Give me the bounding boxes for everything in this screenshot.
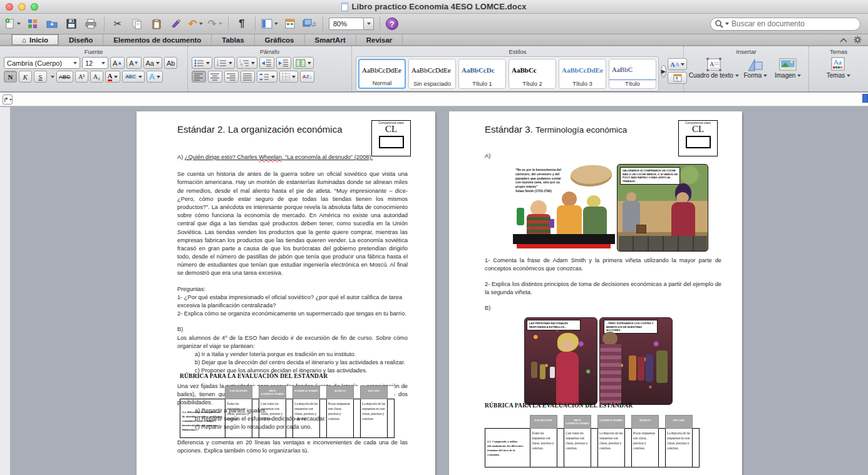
font-name-combobox[interactable]: Cambria (Cuerpo) [4,57,80,69]
multilevel-list-button[interactable]: 1ai [237,57,257,69]
word-window: Libro practico Economía 4ESO LOMCE.docx … [0,0,868,475]
shrink-font-button[interactable]: A▼ [127,57,141,69]
decrease-indent-button[interactable] [259,57,274,69]
search-field[interactable] [710,18,860,31]
cut-button[interactable]: ✂ [110,16,125,31]
page-2[interactable]: Competencia clave CL Estándar 3. Termino… [449,111,742,475]
line-spacing-button[interactable] [257,71,277,83]
print-button[interactable] [83,16,98,31]
themes-button[interactable]: Aa Temas [819,57,859,79]
artwork-figure [531,362,537,378]
undo-icon: ↶ [188,18,197,31]
justify-button[interactable] [240,71,255,83]
sidebar-view-button[interactable] [261,16,278,31]
subscript-button[interactable]: A₂ [90,71,103,83]
more-styles-button[interactable]: ▶ [661,65,666,78]
scrollbar-handle[interactable] [862,94,868,103]
b-intro: Los alumnos de 4º de la ESO han decido i… [177,334,408,350]
media-browser-button[interactable]: ♫ [302,16,317,31]
svg-text:i: i [242,65,242,67]
artwork-wine-glass [550,367,555,378]
undo-button[interactable]: ↶ [188,16,203,31]
show-paragraph-marks-button[interactable]: ¶ [234,16,249,31]
search-input[interactable] [731,19,856,28]
comic-adam-smith[interactable]: “No es por la benevolencia del carnicero… [513,164,615,252]
style-titulo[interactable]: AaBbCTítulo [609,59,656,89]
format-painter-button[interactable] [168,16,183,31]
highlight-button[interactable]: ABC [122,71,144,83]
redo-button[interactable]: ↷ [207,16,222,31]
comic-decisiones[interactable]: VALORAMOS SI COMPRAMOS UN COCHE MÁS O UN… [617,164,708,252]
document-area[interactable]: Competencia clave CL Estándar 2. La orga… [0,107,868,475]
artwork-figure [587,195,601,208]
columns-button[interactable] [293,57,314,69]
b-closing: Diferencia y comenta en 20 líneas las ve… [177,439,408,455]
underline-button[interactable]: S [34,71,47,83]
comic-caption: LAS PERSONAS RACIONALES RESPONDEN A ESTÍ… [527,320,581,330]
paste-button[interactable] [149,16,164,31]
clear-formatting-button[interactable]: Ab [164,57,177,69]
rubric-heading: RÚBRICA PARA LA EVALUACIÓN DEL ESTÁNDAR [485,402,700,409]
style-normal[interactable]: AaBbCcDdEeNormal [358,59,406,89]
section-a-label-2: A) [485,152,721,160]
artwork-figure [561,339,574,350]
text-effects-button[interactable]: A [147,71,163,83]
align-center-button[interactable] [208,71,222,83]
section-b-label-1: B) [177,325,408,334]
toolbox-button[interactable] [282,16,297,31]
insert-text-box-button[interactable]: A Cuadro de texto [688,57,740,79]
strikethrough-button[interactable]: ABC [56,71,73,83]
b-option: a) Ir a Italia y vender lotería porque e… [177,350,408,359]
tab-graficos[interactable]: Gráficos [255,34,305,45]
style-sin-espaciado[interactable]: AaBbCcDdEeSin espaciado [408,59,456,89]
increase-indent-button[interactable] [276,57,291,69]
artwork-briefcase [636,225,646,233]
tab-smartart[interactable]: SmartArt [305,34,356,45]
borders-button[interactable] [279,71,298,83]
style-titulo-1[interactable]: AaBbCcDcTítulo 1 [458,59,506,89]
italic-button[interactable]: K [19,71,32,83]
tab-revisar[interactable]: Revisar [356,34,403,45]
bullets-button[interactable] [192,57,212,69]
bold-button[interactable]: N [4,71,17,83]
ribbon: Fuente Cambria (Cuerpo) 12 A▲ A▼ Aa Ab N… [0,46,868,92]
align-right-button[interactable] [224,71,239,83]
superscript-button[interactable]: A² [75,71,88,83]
sort-button[interactable]: AZ↓ [300,71,314,83]
tab-inicio[interactable]: ⌂Inicio [11,34,59,45]
tab-elementos[interactable]: Elementos de documento [103,34,212,45]
gallery-button[interactable] [25,16,40,31]
open-button[interactable] [44,16,59,31]
help-button[interactable]: ? [386,18,398,30]
tab-stop-selector[interactable]: ↱ [3,94,13,105]
font-color-button[interactable]: A [105,71,121,83]
titlebar: Libro practico Economía 4ESO LOMCE.docx [0,0,868,14]
new-document-button[interactable] [5,16,21,31]
standard-toolbar: ✂ ↶ ↷ ¶ ♫ 80% ? [0,14,868,34]
save-button[interactable] [64,16,79,31]
zoom-combobox[interactable]: 80% [329,18,374,30]
align-left-button[interactable] [192,71,206,83]
comic-estimulos[interactable]: LAS PERSONAS RACIONALES RESPONDEN A ESTÍ… [524,317,597,405]
numbering-button[interactable]: 123 [214,57,235,69]
window-title: Libro practico Economía 4ESO LOMCE.docx [0,2,868,11]
tab-diseno[interactable]: Diseño [59,34,103,45]
style-titulo-2[interactable]: AaBbCcTítulo 2 [509,59,556,89]
insert-image-button[interactable]: Imagen [771,57,805,79]
change-case-button[interactable]: Aa [143,57,162,69]
insert-shape-button[interactable]: Forma [741,57,770,79]
group-parrafo: Párrafo 123 1ai AZ↓ [188,46,352,91]
font-size-combobox[interactable]: 12 [82,57,108,69]
artwork-bar-stripe [517,244,611,248]
group-fuente: Fuente Cambria (Cuerpo) 12 A▲ A▼ Aa Ab N… [0,46,188,91]
comic-costes[interactable]: ...PERO SOPESAMOS LOS COSTES Y BENEFICIO… [599,317,673,405]
copy-button[interactable] [130,16,145,31]
gear-icon[interactable] [854,36,862,44]
collapse-ribbon-button[interactable] [840,38,847,43]
page-1[interactable]: Competencia clave CL Estándar 2. La orga… [137,111,435,475]
style-titulo-3[interactable]: AaBbCcDdEeTítulo 3 [559,59,606,89]
underline-menu[interactable] [51,76,54,78]
grow-font-button[interactable]: A▲ [110,57,125,69]
svg-text:Aa: Aa [834,58,842,66]
tab-tablas[interactable]: Tablas [212,34,255,45]
